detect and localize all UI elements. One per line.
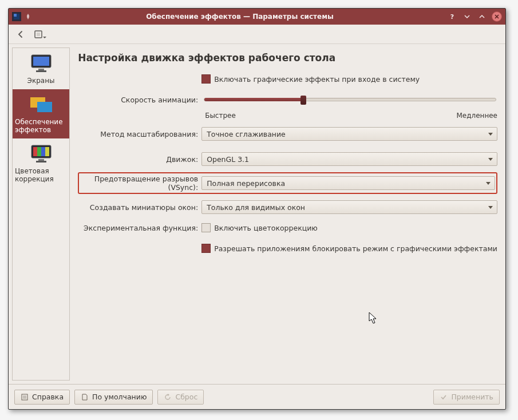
vsync-combo[interactable]: Полная перерисовка [201,176,495,190]
sidebar-item-label: Цветовая коррекция [15,167,67,183]
color-correction-checkbox[interactable] [201,223,211,232]
main-panel: Настройка движка эффектов рабочего стола… [70,44,505,384]
anim-speed-label: Скорость анимации: [78,96,201,104]
apply-button: Применить [433,390,500,405]
close-icon[interactable] [492,11,502,22]
compositor-icon [28,95,54,114]
app-icon [12,12,21,21]
help-book-icon [21,393,29,401]
svg-rect-17 [36,161,46,163]
anim-speed-max-label: Медленнее [456,112,497,120]
svg-rect-13 [37,147,41,156]
help-button[interactable]: Справка [14,390,70,405]
enable-effects-label: Включать графические эффекты при входе в… [214,75,420,84]
help-icon[interactable]: ? [447,11,457,22]
allow-block-checkbox[interactable] [201,244,211,253]
anim-speed-min-label: Быстрее [205,112,236,120]
sidebar-item-compositor[interactable]: Обеспечение эффектов [13,89,69,138]
svg-rect-14 [41,147,45,156]
svg-rect-6 [33,57,49,66]
scaling-combo[interactable]: Точное сглаживание [201,127,497,141]
minimize-icon[interactable] [462,11,472,22]
slider-thumb[interactable] [300,96,306,105]
back-icon[interactable] [14,28,27,41]
maximize-icon[interactable] [477,11,487,22]
monitor-icon [28,54,54,73]
svg-rect-7 [38,69,44,70]
svg-rect-19 [23,395,26,399]
sidebar-item-label: Обеспечение эффектов [15,118,67,134]
sidebar-item-displays[interactable]: Экраны [13,48,69,89]
svg-rect-4 [37,33,40,36]
svg-text:?: ? [450,13,454,20]
sidebar: Экраны Обеспечение эффектов Цветовая кор… [12,47,70,381]
svg-rect-15 [45,147,49,156]
page-title: Настройка движка эффектов рабочего стола [78,52,497,64]
svg-rect-1 [14,14,17,17]
thumbs-combo[interactable]: Только для видимых окон [201,200,497,214]
reset-button: Сброс [157,390,204,405]
thumbs-label: Создавать миниатюры окон: [78,203,201,212]
reset-icon [164,393,172,401]
vsync-row-highlight: Предотвращение разрывов (VSync): Полная … [78,172,497,194]
footer: Справка По умолчанию Сброс Применить [9,384,505,409]
engine-combo[interactable]: OpenGL 3.1 [201,152,497,166]
settings-window: Обеспечение эффектов — Параметры системы… [8,8,506,410]
engine-label: Движок: [78,155,201,164]
color-correction-checkbox-label: Включить цветокоррекцию [214,224,318,232]
anim-speed-slider[interactable] [204,98,496,101]
sidebar-item-label: Экраны [27,77,55,85]
module-overview-icon[interactable] [33,28,48,41]
check-icon [440,393,448,401]
svg-rect-16 [38,159,44,161]
defaults-doc-icon [81,393,89,401]
pin-icon[interactable] [23,12,33,21]
svg-rect-10 [37,102,52,112]
defaults-button[interactable]: По умолчанию [74,390,153,405]
color-correction-icon [28,144,54,164]
svg-rect-8 [36,70,46,72]
vsync-label: Предотвращение разрывов (VSync): [80,175,201,192]
sidebar-item-color-correction[interactable]: Цветовая коррекция [13,138,69,188]
scaling-label: Метод масштабирования: [78,130,201,138]
nav-toolbar [9,25,505,44]
titlebar: Обеспечение эффектов — Параметры системы… [9,9,505,25]
enable-effects-checkbox[interactable] [201,74,211,84]
window-title: Обеспечение эффектов — Параметры системы [33,13,447,21]
svg-rect-12 [33,147,37,156]
allow-block-checkbox-label: Разрешать приложениям блокировать режим … [214,244,497,253]
experimental-label: Экспериментальная функция: [78,224,201,232]
